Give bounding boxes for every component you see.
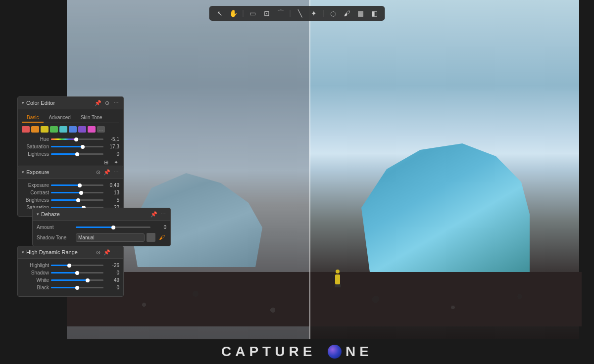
saturation-slider-track[interactable] — [51, 146, 103, 147]
exposure-slider-track[interactable] — [51, 184, 103, 186]
shadow-slider-row: Shadow 0 — [22, 270, 119, 275]
saturation-slider-row: Saturation 17,3 — [22, 144, 119, 149]
lasso-tool-icon[interactable]: ⌒ — [276, 9, 285, 18]
contrast-slider-track[interactable] — [51, 192, 103, 193]
dehaze-menu-icon[interactable]: ⋯ — [159, 211, 166, 218]
exposure-menu-icon[interactable]: ⋯ — [112, 169, 119, 176]
brightness-label: Brightness — [22, 197, 49, 203]
cursor-tool-icon[interactable]: ↖ — [215, 9, 224, 18]
swatch-blue[interactable] — [69, 126, 77, 133]
highlight-slider-thumb[interactable] — [67, 264, 71, 268]
mask-tool-icon[interactable]: ◧ — [370, 9, 379, 18]
white-slider-thumb[interactable] — [86, 278, 90, 282]
black-label: Black — [22, 285, 49, 290]
gradient-tool-icon[interactable]: ▦ — [356, 9, 365, 18]
color-editor-panel: ▾ Color Editor 📌 ⊙ ⋯ Basic Advanced Skin… — [17, 96, 124, 170]
exposure-label: Exposure — [22, 182, 49, 188]
white-value: 49 — [105, 277, 119, 283]
brightness-slider-row: Brightness 5 — [22, 197, 119, 203]
swatch-purple[interactable] — [78, 126, 86, 133]
swatch-more[interactable]: … — [97, 126, 105, 133]
hue-label: Hue — [22, 136, 49, 142]
swatch-orange[interactable] — [31, 126, 39, 133]
hdr-header: ▾ High Dynamic Range ⊙ 📌 ⋯ — [18, 246, 123, 259]
hdr-menu-icon[interactable]: ⋯ — [112, 249, 119, 256]
hue-slider-track[interactable] — [51, 138, 103, 140]
line-tool-icon[interactable]: ╲ — [296, 9, 304, 18]
shadow-slider-track[interactable] — [51, 272, 103, 273]
black-slider-row: Black 0 — [22, 285, 119, 290]
exposure-pin-icon[interactable]: 📌 — [103, 169, 110, 176]
shadow-tone-label: Shadow Tone — [37, 235, 74, 240]
toolbar-separator-1 — [243, 10, 244, 17]
pan-tool-icon[interactable]: ✋ — [229, 9, 238, 18]
brightness-slider-thumb[interactable] — [76, 198, 80, 202]
contrast-slider-thumb[interactable] — [79, 191, 83, 195]
hdr-pin-icon[interactable]: 📌 — [103, 249, 110, 256]
highlight-slider-track[interactable] — [51, 265, 103, 266]
brightness-slider-track[interactable] — [51, 199, 103, 201]
color-picker-icons: ⊞ ✦ — [22, 159, 119, 166]
brand-bar: CAPTURE NE — [0, 339, 594, 364]
shadow-tone-select[interactable]: Manual Auto None — [76, 233, 145, 242]
shadow-value: 0 — [105, 270, 119, 275]
erase-tool-icon[interactable]: ◌ — [329, 9, 338, 18]
color-editor-title: Color Editor — [26, 100, 93, 106]
contrast-value: 13 — [105, 190, 119, 195]
lightness-slider-track[interactable] — [51, 153, 103, 155]
swatch-red[interactable] — [22, 126, 30, 133]
color-editor-menu-icon[interactable]: ⋯ — [112, 99, 119, 106]
split-line — [309, 0, 310, 341]
color-editor-chevron[interactable]: ▾ — [22, 100, 24, 105]
hdr-chevron[interactable]: ▾ — [22, 250, 24, 255]
dehaze-pin-icon[interactable]: 📌 — [150, 211, 157, 218]
highlight-value: -26 — [105, 263, 119, 268]
exposure-slider-thumb[interactable] — [78, 183, 82, 187]
dehaze-panel: ▾ Dehaze 📌 ⋯ Amount 0 Shadow Tone Manual… — [32, 208, 171, 246]
exposure-value: 0,49 — [105, 182, 119, 188]
color-editor-header: ▾ Color Editor 📌 ⊙ ⋯ — [18, 97, 123, 109]
dehaze-title: Dehaze — [41, 211, 148, 217]
shadow-label: Shadow — [22, 270, 49, 275]
lightness-slider-thumb[interactable] — [75, 152, 79, 156]
exposure-eye-icon[interactable]: ⊙ — [95, 169, 101, 176]
swatch-green[interactable] — [50, 126, 58, 133]
dehaze-content: Amount 0 Shadow Tone Manual Auto None 🖌 — [33, 221, 170, 246]
shadow-slider-thumb[interactable] — [75, 271, 79, 275]
exposure-chevron[interactable]: ▾ — [22, 170, 24, 175]
color-editor-eye-icon[interactable]: ⊙ — [103, 99, 110, 106]
swatch-yellow[interactable] — [41, 126, 49, 133]
tab-basic[interactable]: Basic — [22, 113, 44, 123]
color-editor-tabs: Basic Advanced Skin Tone — [22, 113, 119, 123]
straighten-tool-icon[interactable]: ⊡ — [262, 9, 271, 18]
toolbar: ↖ ✋ ▭ ⊡ ⌒ ╲ ✦ ◌ 🖌 ▦ ◧ — [209, 6, 385, 21]
dehaze-amount-slider[interactable] — [76, 227, 150, 228]
hdr-eye-icon[interactable]: ⊙ — [95, 249, 101, 256]
dehaze-amount-thumb[interactable] — [111, 226, 115, 229]
color-editor-pin-icon[interactable]: 📌 — [95, 99, 101, 106]
brush-tool-icon[interactable]: 🖌 — [343, 9, 351, 18]
eyedropper-tool-icon[interactable]: ✦ — [309, 9, 318, 18]
crop-tool-icon[interactable]: ▭ — [248, 9, 257, 18]
swatch-cyan[interactable] — [59, 126, 67, 133]
black-slider-track[interactable] — [51, 287, 103, 288]
contrast-slider-row: Contrast 13 — [22, 190, 119, 195]
color-picker-grid-icon[interactable]: ⊞ — [102, 159, 109, 166]
tab-advanced[interactable]: Advanced — [44, 113, 75, 123]
black-slider-thumb[interactable] — [75, 286, 79, 290]
white-slider-track[interactable] — [51, 279, 103, 281]
hue-slider-thumb[interactable] — [74, 137, 78, 141]
shadow-tone-brush-icon[interactable]: 🖌 — [157, 233, 166, 242]
exposure-slider-row: Exposure 0,49 — [22, 182, 119, 188]
color-editor-content: Basic Advanced Skin Tone … Hue -5,1 — [18, 109, 123, 170]
exposure-title: Exposure — [26, 169, 93, 175]
color-picker-eyedropper-icon[interactable]: ✦ — [112, 159, 119, 166]
exposure-header: ▾ Exposure ⊙ 📌 ⋯ — [18, 166, 123, 179]
dehaze-chevron[interactable]: ▾ — [37, 212, 39, 217]
tab-skin-tone[interactable]: Skin Tone — [76, 113, 107, 123]
white-label: White — [22, 277, 49, 283]
contrast-label: Contrast — [22, 190, 49, 195]
swatch-magenta[interactable] — [88, 126, 96, 133]
saturation-slider-thumb[interactable] — [81, 145, 85, 149]
saturation-label: Saturation — [22, 144, 49, 149]
